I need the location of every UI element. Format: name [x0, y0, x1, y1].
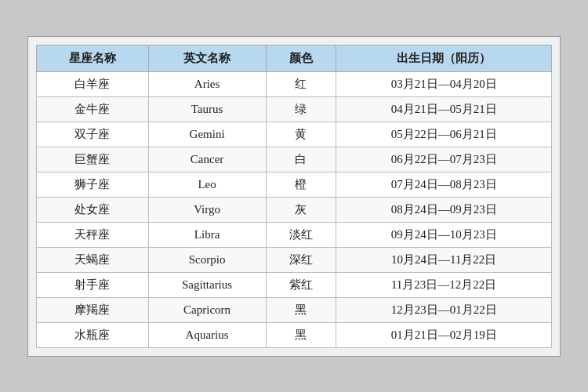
cell-chinese-name: 天蝎座	[37, 247, 149, 272]
cell-english-name: Taurus	[148, 96, 266, 122]
cell-english-name: Capricorn	[148, 297, 266, 322]
cell-date: 04月21日—05月21日	[336, 96, 552, 122]
cell-english-name: Aquarius	[148, 322, 266, 347]
table-row: 处女座Virgo灰08月24日—09月23日	[37, 197, 552, 222]
cell-chinese-name: 水瓶座	[37, 322, 149, 347]
cell-date: 03月21日—04月20日	[336, 71, 552, 96]
zodiac-table-container: 星座名称 英文名称 颜色 出生日期（阳历） 白羊座Aries红03月21日—04…	[27, 36, 561, 357]
cell-color: 绿	[266, 96, 336, 122]
table-row: 水瓶座Aquarius黑01月21日—02月19日	[37, 322, 552, 347]
cell-date: 01月21日—02月19日	[336, 322, 552, 347]
table-row: 射手座Sagittarius紫红11月23日—12月22日	[37, 272, 552, 297]
cell-color: 黄	[266, 122, 336, 147]
cell-color: 紫红	[266, 272, 336, 297]
cell-date: 07月24日—08月23日	[336, 172, 552, 197]
cell-color: 黑	[266, 297, 336, 322]
cell-color: 黑	[266, 322, 336, 347]
table-row: 天蝎座Scorpio深红10月24日—11月22日	[37, 247, 552, 272]
table-row: 摩羯座Capricorn黑12月23日—01月22日	[37, 297, 552, 322]
cell-color: 橙	[266, 172, 336, 197]
cell-date: 08月24日—09月23日	[336, 197, 552, 222]
cell-chinese-name: 白羊座	[37, 71, 149, 96]
table-row: 狮子座Leo橙07月24日—08月23日	[37, 172, 552, 197]
cell-english-name: Cancer	[148, 147, 266, 172]
col-header-chinese: 星座名称	[37, 45, 149, 71]
cell-color: 深红	[266, 247, 336, 272]
cell-english-name: Sagittarius	[148, 272, 266, 297]
col-header-date: 出生日期（阳历）	[336, 45, 552, 71]
zodiac-table: 星座名称 英文名称 颜色 出生日期（阳历） 白羊座Aries红03月21日—04…	[36, 45, 552, 348]
cell-color: 红	[266, 71, 336, 96]
cell-chinese-name: 金牛座	[37, 96, 149, 122]
table-header-row: 星座名称 英文名称 颜色 出生日期（阳历）	[37, 45, 552, 71]
cell-chinese-name: 巨蟹座	[37, 147, 149, 172]
cell-chinese-name: 狮子座	[37, 172, 149, 197]
cell-chinese-name: 处女座	[37, 197, 149, 222]
cell-chinese-name: 天秤座	[37, 222, 149, 247]
table-row: 金牛座Taurus绿04月21日—05月21日	[37, 96, 552, 122]
cell-english-name: Libra	[148, 222, 266, 247]
cell-date: 09月24日—10月23日	[336, 222, 552, 247]
table-row: 白羊座Aries红03月21日—04月20日	[37, 71, 552, 96]
cell-date: 06月22日—07月23日	[336, 147, 552, 172]
cell-english-name: Aries	[148, 71, 266, 96]
cell-english-name: Leo	[148, 172, 266, 197]
cell-english-name: Scorpio	[148, 247, 266, 272]
table-row: 天秤座Libra淡红09月24日—10月23日	[37, 222, 552, 247]
cell-date: 11月23日—12月22日	[336, 272, 552, 297]
cell-color: 灰	[266, 197, 336, 222]
col-header-color: 颜色	[266, 45, 336, 71]
cell-chinese-name: 射手座	[37, 272, 149, 297]
col-header-english: 英文名称	[148, 45, 266, 71]
cell-chinese-name: 双子座	[37, 122, 149, 147]
cell-date: 05月22日—06月21日	[336, 122, 552, 147]
cell-date: 12月23日—01月22日	[336, 297, 552, 322]
cell-color: 白	[266, 147, 336, 172]
table-row: 双子座Gemini黄05月22日—06月21日	[37, 122, 552, 147]
table-row: 巨蟹座Cancer白06月22日—07月23日	[37, 147, 552, 172]
cell-chinese-name: 摩羯座	[37, 297, 149, 322]
cell-color: 淡红	[266, 222, 336, 247]
cell-english-name: Virgo	[148, 197, 266, 222]
cell-date: 10月24日—11月22日	[336, 247, 552, 272]
cell-english-name: Gemini	[148, 122, 266, 147]
